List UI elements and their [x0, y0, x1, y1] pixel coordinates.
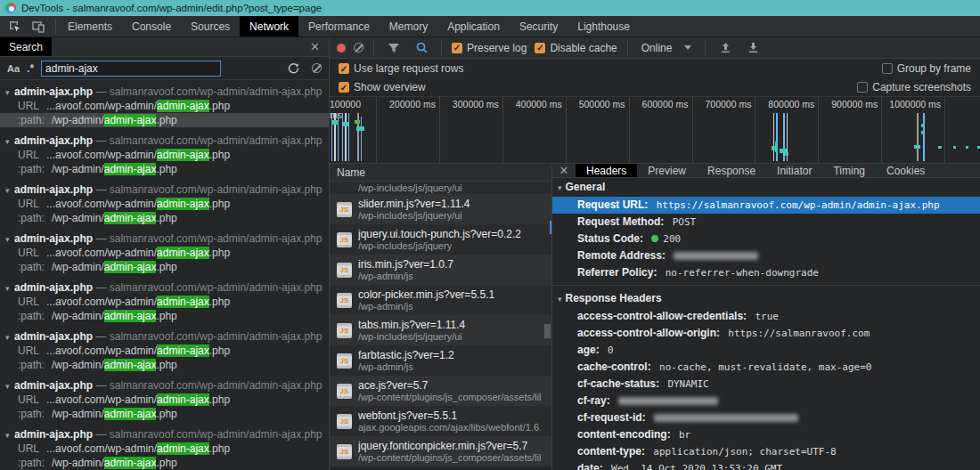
match-post: .php	[209, 247, 230, 259]
search-match-line-path[interactable]: :path:/wp-admin/admin-ajax.php	[0, 407, 329, 421]
search-match-line-url[interactable]: URL...avoof.com/wp-admin/admin-ajax.php	[0, 442, 329, 456]
search-result-header[interactable]: ▾ admin-ajax.php — salmanravoof.com/wp-a…	[0, 85, 329, 99]
search-match-line-url[interactable]: URL...avoof.com/wp-admin/admin-ajax.php	[0, 246, 329, 260]
header-row[interactable]: content-type: application/json; charset=…	[552, 443, 980, 460]
header-row[interactable]: cf-ray:	[552, 393, 980, 409]
search-result-header[interactable]: ▾ admin-ajax.php — salmanravoof.com/wp-a…	[0, 182, 329, 197]
inspect-element-icon[interactable]	[5, 18, 25, 36]
search-match-line-path[interactable]: :path:/wp-admin/admin-ajax.php	[0, 162, 329, 176]
header-row[interactable]: Referrer Policy: no-referrer-when-downgr…	[552, 264, 980, 281]
search-match-line-path[interactable]: :path:/wp-admin/admin-ajax.php	[0, 309, 329, 323]
search-result-header[interactable]: ▾ admin-ajax.php — salmanravoof.com/wp-a…	[0, 378, 329, 393]
search-match-line-url[interactable]: URL...avoof.com/wp-admin/admin-ajax.php	[0, 295, 329, 309]
match-highlight: admin-ajax	[157, 198, 209, 210]
header-row[interactable]: access-control-allow-origin: https://sal…	[552, 325, 980, 342]
detail-tab-timing[interactable]: Timing	[822, 164, 876, 177]
close-details-icon[interactable]: ✕	[552, 164, 576, 177]
header-value: no-cache, must-revalidate, max-age=0	[659, 361, 871, 373]
show-overview-label: Show overview	[354, 81, 426, 93]
header-row[interactable]: Status Code: 200	[552, 231, 980, 247]
tab-network[interactable]: Network	[240, 16, 298, 36]
search-match-line-path[interactable]: :path:/wp-admin/admin-ajax.php	[0, 260, 329, 274]
request-row[interactable]: JStabs.min.js?ver=1.11.4/wp-includes/js/…	[330, 315, 551, 345]
tab-elements[interactable]: Elements	[58, 16, 122, 36]
export-har-icon[interactable]	[743, 39, 763, 57]
search-close-icon[interactable]: ✕	[301, 40, 329, 53]
search-panel-tab[interactable]: Search	[0, 37, 52, 56]
regex-toggle[interactable]: .*	[27, 62, 34, 75]
search-match-line-path[interactable]: :path:/wp-admin/admin-ajax.php	[0, 456, 329, 470]
request-row[interactable]: JSfarbtastic.js?ver=1.2/wp-admin/js	[330, 345, 551, 376]
header-row[interactable]: content-encoding: br	[552, 426, 980, 443]
detail-tab-preview[interactable]: Preview	[637, 164, 697, 177]
search-match-line-url[interactable]: URL...avoof.com/wp-admin/admin-ajax.php	[0, 99, 329, 113]
search-result-header[interactable]: ▾ admin-ajax.php — salmanravoof.com/wp-a…	[0, 427, 329, 442]
search-match-line-path[interactable]: :path:/wp-admin/admin-ajax.php	[0, 113, 329, 127]
search-result-header[interactable]: ▾ admin-ajax.php — salmanravoof.com/wp-a…	[0, 280, 329, 295]
search-match-line-url[interactable]: URL...avoof.com/wp-admin/admin-ajax.php	[0, 393, 329, 407]
network-overview-timeline[interactable]: 100000 ms200000 ms300000 ms400000 ms5000…	[330, 96, 980, 164]
tab-sources[interactable]: Sources	[181, 16, 240, 36]
header-row[interactable]: Request Method: POST	[552, 214, 980, 231]
search-result-header[interactable]: ▾ admin-ajax.php — salmanravoof.com/wp-a…	[0, 231, 329, 246]
request-row[interactable]: JSjquery.ui.touch-punch.js?ver=0.2.2/wp-…	[330, 224, 551, 255]
record-network-log-icon[interactable]	[337, 44, 346, 53]
search-result-header[interactable]: ▾ admin-ajax.php — salmanravoof.com/wp-a…	[0, 134, 329, 148]
header-row[interactable]: cache-control: no-cache, must-revalidate…	[552, 359, 980, 376]
use-large-request-rows-checkbox[interactable]: ✓ Use large request rows	[339, 62, 463, 75]
header-row[interactable]: age: 0	[552, 342, 980, 359]
general-section-title[interactable]: ▾General	[552, 178, 980, 197]
tab-lighthouse[interactable]: Lighthouse	[568, 16, 640, 36]
tab-application[interactable]: Application	[437, 16, 510, 36]
show-overview-checkbox[interactable]: ✓ Show overview	[339, 81, 426, 93]
scrollbar-thumb[interactable]	[544, 324, 551, 338]
search-match-line-url[interactable]: URL...avoof.com/wp-admin/admin-ajax.php	[0, 197, 329, 211]
name-column-header[interactable]: Name	[330, 164, 551, 182]
import-har-icon[interactable]	[715, 39, 735, 57]
header-value: https://salmanravoof.com/wp-admin/admin-…	[657, 199, 940, 211]
header-row[interactable]: cf-request-id:	[552, 409, 980, 426]
search-match-line-path[interactable]: :path:/wp-admin/admin-ajax.php	[0, 358, 329, 372]
tab-memory[interactable]: Memory	[380, 16, 437, 36]
search-result-header[interactable]: ▾ admin-ajax.php — salmanravoof.com/wp-a…	[0, 329, 329, 344]
search-network-icon[interactable]	[412, 39, 431, 57]
search-input[interactable]	[41, 61, 221, 77]
header-row[interactable]: cf-cache-status: DYNAMIC	[552, 376, 980, 393]
capture-screenshots-checkbox[interactable]: Capture screenshots	[857, 81, 971, 93]
disable-cache-checkbox[interactable]: ✓ Disable cache	[535, 42, 617, 54]
match-highlight: admin-ajax	[157, 149, 209, 161]
search-match-line-path[interactable]: :path:/wp-admin/admin-ajax.php	[0, 211, 329, 225]
device-toolbar-icon[interactable]	[29, 18, 48, 36]
request-details-panel: ✕ HeadersPreviewResponseInitiatorTimingC…	[552, 164, 980, 470]
request-row[interactable]: JSjquery.fonticonpicker.min.js?ver=5.7/w…	[330, 436, 551, 466]
request-row[interactable]: JScolor-picker.min.js?ver=5.5.1/wp-admin…	[330, 285, 551, 315]
detail-tab-initiator[interactable]: Initiator	[766, 164, 822, 177]
request-row[interactable]: JSwebfont.js?ver=5.5.1ajax.googleapis.co…	[330, 406, 551, 436]
preserve-log-checkbox[interactable]: ✓ Preserve log	[452, 42, 527, 54]
header-row[interactable]: Request URL: https://salmanravoof.com/wp…	[552, 197, 980, 214]
refresh-icon[interactable]	[283, 60, 303, 77]
search-match-line-url[interactable]: URL...avoof.com/wp-admin/admin-ajax.php	[0, 148, 329, 162]
request-row[interactable]: JSslider.min.js?ver=1.11.4/wp-includes/j…	[330, 194, 551, 224]
tab-console[interactable]: Console	[122, 16, 181, 36]
request-row[interactable]: JSiris.min.js?ver=1.0.7/wp-admin/js	[330, 255, 551, 285]
response-headers-section-title[interactable]: ▾Response Headers	[552, 289, 980, 308]
header-row[interactable]: Remote Address:	[552, 247, 980, 264]
group-by-frame-checkbox[interactable]: Group by frame	[882, 62, 971, 75]
detail-tab-response[interactable]: Response	[697, 164, 766, 177]
match-case-toggle[interactable]: Aa	[7, 63, 20, 74]
request-list-scrollbar[interactable]	[543, 182, 551, 470]
detail-tab-headers[interactable]: Headers	[576, 164, 637, 177]
request-row[interactable]: JSace.js?ver=5.7/wp-content/plugins/js_c…	[330, 376, 551, 406]
header-row[interactable]: access-control-allow-credentials: true	[552, 308, 980, 325]
request-row[interactable]: /wp-includes/js/jquery/ui	[330, 182, 551, 194]
tab-performance[interactable]: Performance	[298, 16, 380, 36]
filter-icon[interactable]	[384, 39, 404, 57]
throttling-dropdown[interactable]: Online	[638, 42, 696, 54]
clear-network-log-icon[interactable]	[354, 43, 363, 53]
clear-search-icon[interactable]	[312, 63, 322, 73]
header-row[interactable]: date: Wed, 14 Oct 2020 13:53:20 GMT	[552, 460, 980, 470]
tab-security[interactable]: Security	[510, 16, 568, 36]
search-match-line-url[interactable]: URL...avoof.com/wp-admin/admin-ajax.php	[0, 344, 329, 358]
detail-tab-cookies[interactable]: Cookies	[876, 164, 935, 177]
